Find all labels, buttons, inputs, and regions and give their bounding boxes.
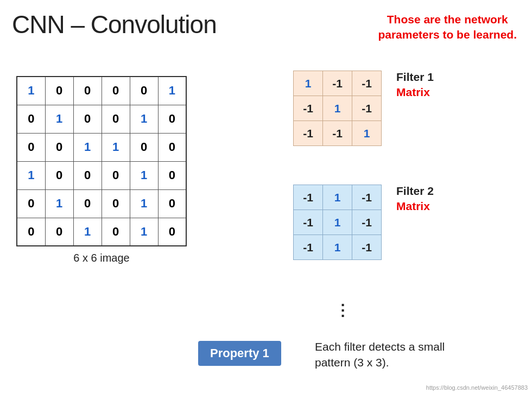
property-description: Each filter detects a small pattern (3 x… — [315, 339, 445, 371]
image-cell: 1 — [102, 133, 130, 161]
image-cell: 1 — [130, 189, 158, 218]
filter1-matrix-word: Matrix — [396, 86, 434, 99]
filter2-cell: 1 — [323, 235, 352, 260]
image-cell: 0 — [158, 133, 186, 161]
filter1-cell: -1 — [294, 121, 323, 146]
image-cell: 0 — [45, 77, 73, 105]
image-cell: 0 — [73, 77, 102, 105]
image-cell: 0 — [158, 218, 186, 246]
filter1-cell: -1 — [323, 121, 352, 146]
filter1-matrix: 1-1-1-11-1-1-11 — [293, 71, 382, 146]
image-cell: 0 — [130, 133, 158, 161]
image-cell: 0 — [45, 161, 73, 189]
image-matrix-container: 100001010010001100100010010010001010 6 x… — [16, 76, 187, 264]
image-cell: 0 — [130, 77, 158, 105]
property-badge: Property 1 — [198, 341, 281, 366]
filter2-cell: 1 — [323, 185, 352, 210]
network-params-text: Those are the network parameters to be l… — [378, 12, 517, 43]
image-label: 6 x 6 image — [16, 252, 187, 264]
image-cell: 1 — [130, 161, 158, 189]
image-cell: 1 — [73, 133, 102, 161]
image-cell: 0 — [17, 133, 45, 161]
filter2-cell: -1 — [294, 210, 323, 235]
filter1-cell: -1 — [352, 96, 382, 121]
image-cell: 1 — [130, 218, 158, 246]
image-cell: 1 — [17, 77, 45, 105]
filter2-cell: -1 — [352, 235, 382, 260]
image-cell: 1 — [45, 105, 73, 133]
filter1-cell: -1 — [294, 96, 323, 121]
image-cell: 0 — [73, 189, 102, 218]
filter2-matrix-word: Matrix — [396, 200, 434, 213]
image-cell: 0 — [158, 105, 186, 133]
image-cell: 0 — [45, 218, 73, 246]
image-cell: 0 — [158, 189, 186, 218]
filter1-cell: 1 — [352, 121, 382, 146]
watermark: https://blog.csdn.net/weixin_46457883 — [426, 384, 528, 391]
ellipsis: ⋮ — [335, 301, 351, 319]
filter1-container: 1-1-1-11-1-1-11 — [293, 71, 382, 146]
image-cell: 1 — [17, 161, 45, 189]
filter2-container: -11-1-11-1-11-1 — [293, 185, 382, 260]
filter1-cell: 1 — [294, 71, 323, 96]
image-cell: 0 — [102, 218, 130, 246]
filter1-cell: 1 — [323, 96, 352, 121]
image-matrix: 100001010010001100100010010010001010 — [16, 76, 187, 246]
filter2-cell: -1 — [294, 235, 323, 260]
image-cell: 0 — [17, 189, 45, 218]
filter1-cell: -1 — [323, 71, 352, 96]
filter2-title: Filter 2 — [396, 185, 434, 198]
image-cell: 0 — [17, 218, 45, 246]
filter2-cell: -1 — [294, 185, 323, 210]
image-cell: 0 — [158, 161, 186, 189]
filter2-cell: 1 — [323, 210, 352, 235]
image-cell: 1 — [158, 77, 186, 105]
filter1-title: Filter 1 — [396, 71, 434, 84]
filter1-cell: -1 — [352, 71, 382, 96]
image-cell: 0 — [17, 105, 45, 133]
image-cell: 1 — [130, 105, 158, 133]
filter2-label: Filter 2 Matrix — [396, 185, 434, 213]
image-cell: 1 — [73, 218, 102, 246]
filter2-matrix: -11-1-11-1-11-1 — [293, 185, 382, 260]
filter1-label: Filter 1 Matrix — [396, 71, 434, 99]
image-cell: 0 — [45, 133, 73, 161]
image-cell: 0 — [102, 105, 130, 133]
image-cell: 0 — [73, 161, 102, 189]
image-cell: 0 — [73, 105, 102, 133]
image-cell: 0 — [102, 77, 130, 105]
image-cell: 0 — [102, 189, 130, 218]
filter2-cell: -1 — [352, 210, 382, 235]
page-title: CNN – Convolution — [12, 10, 217, 39]
image-cell: 0 — [102, 161, 130, 189]
filter2-cell: -1 — [352, 185, 382, 210]
image-cell: 1 — [45, 189, 73, 218]
